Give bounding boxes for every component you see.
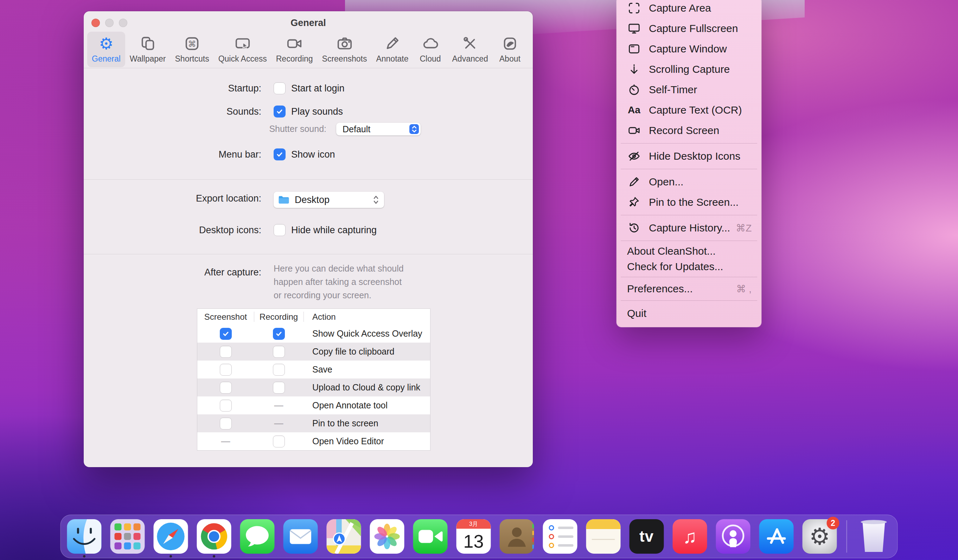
after-capture-description: Here you can decide what shouldhappen af… xyxy=(274,262,425,302)
menu-item-capture-text-ocr[interactable]: AaCapture Text (OCR) xyxy=(617,100,761,120)
dock-app-appstore[interactable] xyxy=(759,519,794,554)
notification-badge: 2 xyxy=(827,517,839,530)
dock-app-maps[interactable] xyxy=(327,519,361,554)
menu-divider xyxy=(621,215,757,215)
menu-item-self-timer[interactable]: Self-Timer xyxy=(617,79,761,100)
menu-item-label: Capture History... xyxy=(649,222,730,234)
dock-app-mail[interactable] xyxy=(284,519,318,554)
recording-checkbox[interactable] xyxy=(273,346,285,358)
screenshot-checkbox[interactable] xyxy=(220,364,232,376)
capture-history-icon xyxy=(628,222,641,234)
capture-text-icon: Aa xyxy=(628,105,641,116)
running-indicator xyxy=(170,555,172,558)
photos-icon xyxy=(370,519,404,554)
table-row: —Pin to the screen xyxy=(197,414,430,432)
calendar-month: 3月 xyxy=(457,519,491,529)
dock-app-photos[interactable] xyxy=(370,519,404,554)
table-body: Show Quick Access OverlayCopy file to cl… xyxy=(197,325,430,450)
tools-icon xyxy=(462,35,479,52)
menu-item-quit[interactable]: Quit xyxy=(617,303,761,324)
shutter-sound-dropdown[interactable]: Default xyxy=(336,123,420,135)
launchpad-icon xyxy=(110,519,145,554)
toolbar-item-label: About xyxy=(500,54,520,63)
contacts-icon xyxy=(500,519,534,554)
toolbar-item-screenshots[interactable]: Screenshots xyxy=(317,32,372,67)
toolbar-item-general[interactable]: ⚙General xyxy=(87,32,125,67)
toolbar-item-shortcuts[interactable]: ⌘Shortcuts xyxy=(171,32,214,67)
menu-bar-row: Menu bar: Show icon xyxy=(84,149,533,163)
svg-text:⌘: ⌘ xyxy=(188,40,196,49)
dock-app-finder[interactable] xyxy=(67,519,102,554)
wallpaper-icon xyxy=(140,35,156,52)
menu-item-label: Capture Fullscreen xyxy=(649,22,752,35)
toolbar-item-quick-access[interactable]: Quick Access xyxy=(214,32,271,67)
dock-app-settings[interactable]: ⚙ 2 xyxy=(803,519,837,554)
dock-app-notes[interactable] xyxy=(586,519,621,554)
screenshot-checkbox[interactable] xyxy=(220,417,232,430)
toolbar-item-cloud[interactable]: Cloud xyxy=(413,32,448,67)
toolbar-item-label: Screenshots xyxy=(322,54,367,63)
screenshot-checkbox[interactable] xyxy=(220,400,232,412)
dock-app-music[interactable]: ♫ xyxy=(673,519,707,554)
export-location-row: Export location: Desktop xyxy=(84,193,533,207)
start-at-login-checkbox[interactable] xyxy=(274,82,285,94)
dock-app-appletv[interactable]: tv xyxy=(630,519,664,554)
recording-checkbox[interactable] xyxy=(273,382,285,393)
cloud-icon xyxy=(422,35,439,52)
menu-item-pin-to-the-screen[interactable]: Pin to the Screen... xyxy=(617,192,761,213)
recording-checkbox[interactable] xyxy=(273,364,285,376)
dock-app-messages[interactable] xyxy=(240,519,275,554)
finder-icon xyxy=(67,519,102,554)
menu-item-capture-window[interactable]: Capture Window xyxy=(617,39,761,59)
dock-app-contacts[interactable] xyxy=(500,519,534,554)
dock-app-launchpad[interactable] xyxy=(110,519,145,554)
dock-app-calendar[interactable]: 3月 13 xyxy=(457,519,491,554)
menu-item-label: Hide Desktop Icons xyxy=(649,150,752,162)
play-sounds-checkbox[interactable] xyxy=(274,106,285,117)
toolbar-item-about[interactable]: About xyxy=(493,32,527,67)
menu-item-about-cleanshot[interactable]: About CleanShot... xyxy=(617,243,761,259)
preferences-window: General ⚙GeneralWallpaper⌘ShortcutsQuick… xyxy=(84,11,533,467)
toolbar-item-recording[interactable]: Recording xyxy=(271,32,317,67)
about-icon xyxy=(502,35,518,52)
toolbar-item-label: Advanced xyxy=(452,54,488,63)
dock-app-safari[interactable] xyxy=(154,519,188,554)
menu-item-scrolling-capture[interactable]: Scrolling Capture xyxy=(617,59,761,79)
menu-item-capture-fullscreen[interactable]: Capture Fullscreen xyxy=(617,18,761,39)
capture-fullscreen-icon xyxy=(628,22,641,35)
screenshot-checkbox[interactable] xyxy=(220,346,232,358)
table-row: —Open Annotate tool xyxy=(197,397,430,414)
show-icon-checkbox[interactable] xyxy=(274,148,285,160)
capture-window-icon xyxy=(628,43,641,55)
dock-app-reminders[interactable] xyxy=(543,519,577,554)
table-row: Save xyxy=(197,360,430,379)
dock-app-trash[interactable] xyxy=(857,519,891,554)
recording-checkbox[interactable] xyxy=(273,435,285,447)
menu-item-preferences[interactable]: Preferences...⌘ , xyxy=(617,280,761,298)
export-location-dropdown[interactable]: Desktop xyxy=(274,192,384,208)
menu-item-label: About CleanShot... xyxy=(627,245,752,257)
screenshot-checkbox[interactable] xyxy=(220,382,232,393)
hide-while-capturing-checkbox[interactable] xyxy=(274,224,285,236)
toolbar-item-advanced[interactable]: Advanced xyxy=(448,32,493,67)
titlebar[interactable]: General xyxy=(84,11,533,34)
scrolling-capture-icon xyxy=(628,63,641,76)
dock-app-chrome[interactable] xyxy=(197,519,232,554)
show-icon-text: Show icon xyxy=(291,149,335,160)
start-at-login-text: Start at login xyxy=(291,83,345,94)
stepper-icon xyxy=(371,194,381,206)
menu-item-record-screen[interactable]: Record Screen xyxy=(617,120,761,141)
toolbar-item-wallpaper[interactable]: Wallpaper xyxy=(125,32,171,67)
shutter-sound-value: Default xyxy=(343,124,409,134)
toolbar-item-label: Shortcuts xyxy=(175,54,209,63)
menu-item-open[interactable]: Open... xyxy=(617,172,761,192)
dock-app-facetime[interactable] xyxy=(413,519,448,554)
dock-app-podcasts[interactable] xyxy=(716,519,750,554)
menu-item-hide-desktop-icons[interactable]: Hide Desktop Icons xyxy=(617,146,761,167)
menu-item-check-for-updates[interactable]: Check for Updates... xyxy=(617,259,761,274)
menu-item-capture-area[interactable]: Capture Area xyxy=(617,0,761,18)
recording-checkbox[interactable] xyxy=(273,328,285,340)
screenshot-checkbox[interactable] xyxy=(220,328,232,340)
menu-item-capture-history[interactable]: Capture History...⌘Z xyxy=(617,218,761,238)
toolbar-item-annotate[interactable]: Annotate xyxy=(371,32,413,67)
